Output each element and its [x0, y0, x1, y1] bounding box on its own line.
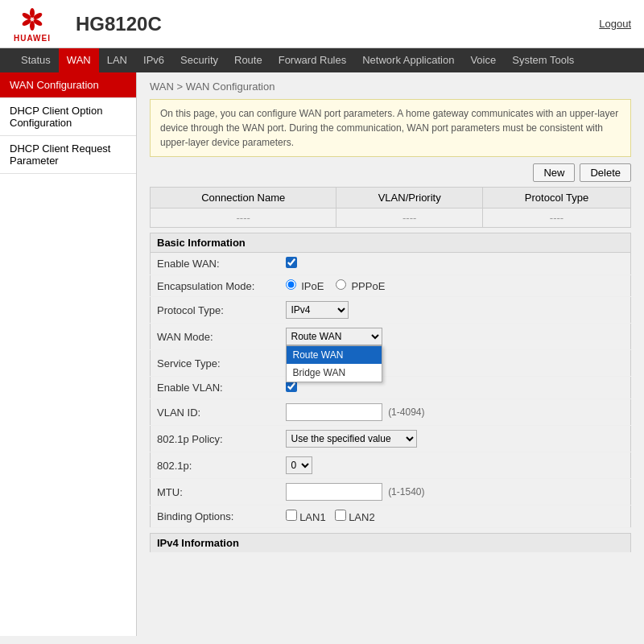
checkbox-enable-wan[interactable]: [286, 257, 297, 268]
svg-point-4: [30, 21, 35, 31]
value-wan-mode: Route WAN Bridge WAN Route WAN Bridge WA…: [279, 324, 631, 350]
nav-wan[interactable]: WAN: [59, 48, 99, 72]
label-vlan-id: VLAN ID:: [151, 399, 279, 426]
sidebar-item-dhcp-client-option[interactable]: DHCP Client Option Configuration: [0, 98, 136, 136]
vlan-id-hint: (1-4094): [388, 407, 424, 418]
value-enable-wan: [279, 253, 631, 275]
cell-connection-name: ----: [151, 208, 336, 228]
dropdown-option-bridge-wan[interactable]: Bridge WAN: [287, 364, 382, 382]
input-mtu[interactable]: [286, 483, 382, 501]
huawei-logo: [13, 5, 52, 34]
label-wan-mode: WAN Mode:: [151, 324, 279, 350]
checkbox-lan1-label: LAN1: [286, 511, 329, 523]
value-mtu: (1-1540): [279, 479, 631, 506]
radio-ipoe[interactable]: [286, 279, 296, 290]
select-8021p-policy[interactable]: Use the specified value Use DSCP mapped …: [286, 430, 417, 448]
sidebar-item-dhcp-client-request[interactable]: DHCP Client Request Parameter: [0, 136, 136, 174]
value-encapsulation: IPoE PPPoE: [279, 275, 631, 297]
nav-status[interactable]: Status: [13, 48, 59, 72]
label-encapsulation: Encapsulation Mode:: [151, 275, 279, 297]
cell-protocol-type: ----: [483, 208, 631, 228]
nav-system-tools[interactable]: System Tools: [504, 48, 582, 72]
label-protocol-type: Protocol Type:: [151, 297, 279, 324]
col-vlan-priority: VLAN/Priority: [336, 188, 483, 208]
checkbox-enable-vlan[interactable]: [286, 381, 297, 392]
dropdown-option-route-wan[interactable]: Route WAN: [287, 346, 382, 364]
logout-button[interactable]: Logout: [599, 18, 631, 30]
row-mtu: MTU: (1-1540): [151, 479, 631, 506]
checkbox-lan2[interactable]: [335, 510, 346, 521]
nav-network-application[interactable]: Network Application: [354, 48, 462, 72]
row-enable-vlan: Enable VLAN:: [151, 377, 631, 399]
radio-ipoe-label: IPoE: [286, 280, 327, 292]
radio-pppoe-text: PPPoE: [351, 280, 385, 292]
delete-button[interactable]: Delete: [580, 163, 631, 182]
col-connection-name: Connection Name: [151, 188, 336, 208]
label-enable-vlan: Enable VLAN:: [151, 377, 279, 399]
nav-security[interactable]: Security: [172, 48, 226, 72]
label-binding-options: Binding Options:: [151, 506, 279, 528]
label-enable-wan: Enable WAN:: [151, 253, 279, 275]
device-title: HG8120C: [68, 13, 599, 35]
value-vlan-id: (1-4094): [279, 399, 631, 426]
select-wan-mode[interactable]: Route WAN Bridge WAN: [286, 328, 382, 345]
radio-ipoe-text: IPoE: [301, 280, 324, 292]
value-binding-options: LAN1 LAN2: [279, 506, 631, 528]
row-protocol-type: Protocol Type: IPv4 IPv6 IPv4/IPv6: [151, 297, 631, 324]
table-row: ---- ---- ----: [151, 208, 631, 228]
main-layout: WAN Configuration DHCP Client Option Con…: [0, 72, 644, 636]
sidebar: WAN Configuration DHCP Client Option Con…: [0, 72, 137, 636]
lan1-text: LAN1: [299, 511, 326, 523]
label-8021p-policy: 802.1p Policy:: [151, 426, 279, 452]
nav-forward-rules[interactable]: Forward Rules: [270, 48, 355, 72]
sidebar-item-wan-configuration[interactable]: WAN Configuration: [0, 72, 136, 98]
value-8021p-policy: Use the specified value Use DSCP mapped …: [279, 426, 631, 452]
checkbox-lan2-label: LAN2: [335, 511, 375, 523]
header: HUAWEI HG8120C Logout: [0, 0, 644, 48]
logo-area: HUAWEI: [13, 5, 52, 43]
select-8021p-value[interactable]: 0 1 2 3 4 5 6 7: [286, 456, 312, 474]
row-8021p-value: 802.1p: 0 1 2 3 4 5 6 7: [151, 452, 631, 479]
nav-lan[interactable]: LAN: [99, 48, 135, 72]
row-8021p-policy: 802.1p Policy: Use the specified value U…: [151, 426, 631, 452]
label-service-type: Service Type:: [151, 350, 279, 377]
col-protocol-type: Protocol Type: [483, 188, 631, 208]
row-service-type: Service Type: Internet: [151, 350, 631, 377]
breadcrumb: WAN > WAN Configuration: [150, 80, 631, 93]
lan2-text: LAN2: [349, 511, 375, 523]
nav-voice[interactable]: Voice: [462, 48, 504, 72]
checkbox-lan1[interactable]: [286, 510, 297, 521]
content-area: WAN > WAN Configuration On this page, yo…: [137, 72, 644, 636]
row-binding-options: Binding Options: LAN1 LAN2: [151, 506, 631, 528]
row-vlan-id: VLAN ID: (1-4094): [151, 399, 631, 426]
nav-route[interactable]: Route: [226, 48, 270, 72]
new-button[interactable]: New: [533, 163, 575, 182]
row-wan-mode: WAN Mode: Route WAN Bridge WAN Route WAN…: [151, 324, 631, 350]
radio-pppoe-label: PPPoE: [336, 280, 386, 292]
wan-config-table: Connection Name VLAN/Priority Protocol T…: [150, 187, 631, 228]
logo-text: HUAWEI: [14, 34, 51, 43]
cell-vlan-priority: ----: [336, 208, 483, 228]
mtu-hint: (1-1540): [388, 486, 424, 497]
wan-mode-dropdown-container: Route WAN Bridge WAN Route WAN Bridge WA…: [286, 328, 382, 345]
toolbar: New Delete: [150, 163, 631, 182]
label-mtu: MTU:: [151, 479, 279, 506]
nav-ipv6[interactable]: IPv6: [135, 48, 172, 72]
value-protocol-type: IPv4 IPv6 IPv4/IPv6: [279, 297, 631, 324]
value-8021p-value: 0 1 2 3 4 5 6 7: [279, 452, 631, 479]
input-vlan-id[interactable]: [286, 403, 382, 421]
row-enable-wan: Enable WAN:: [151, 253, 631, 275]
label-8021p-value: 802.1p:: [151, 452, 279, 479]
row-encapsulation: Encapsulation Mode: IPoE PPPoE: [151, 275, 631, 297]
section-ipv4-info: IPv4 Information: [150, 533, 631, 552]
info-box: On this page, you can configure WAN port…: [150, 99, 631, 157]
radio-pppoe[interactable]: [336, 279, 346, 290]
form-table: Enable WAN: Encapsulation Mode: IPoE: [150, 252, 631, 528]
select-protocol-type[interactable]: IPv4 IPv6 IPv4/IPv6: [286, 301, 349, 319]
svg-point-1: [30, 8, 35, 18]
nav-bar: Status WAN LAN IPv6 Security Route Forwa…: [0, 48, 644, 72]
section-basic-info: Basic Information: [150, 233, 631, 252]
wan-mode-open-dropdown: Route WAN Bridge WAN: [286, 345, 382, 382]
